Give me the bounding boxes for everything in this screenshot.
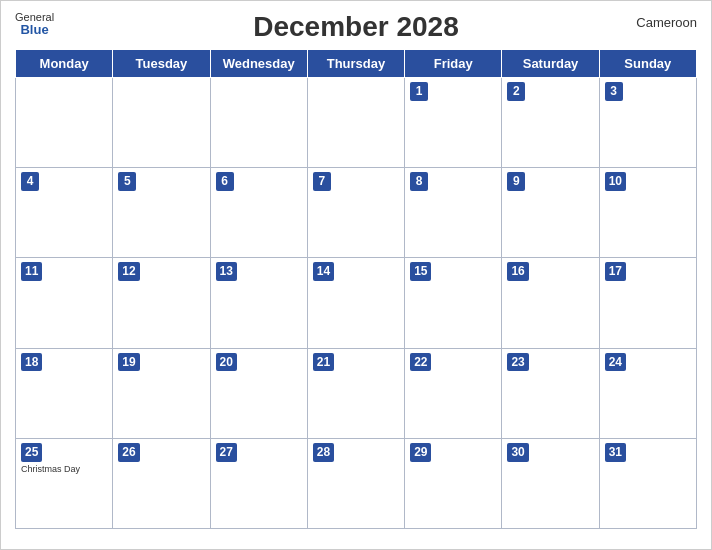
- calendar-cell: 26: [113, 438, 210, 528]
- calendar-cell: 29: [405, 438, 502, 528]
- day-number: 26: [118, 443, 139, 462]
- calendar-table: Monday Tuesday Wednesday Thursday Friday…: [15, 49, 697, 529]
- day-number: 14: [313, 262, 334, 281]
- calendar-cell: 28: [307, 438, 404, 528]
- calendar-cell: 30: [502, 438, 599, 528]
- header-friday: Friday: [405, 50, 502, 78]
- day-number: 18: [21, 353, 42, 372]
- day-number: 31: [605, 443, 626, 462]
- calendar-cell: 12: [113, 258, 210, 348]
- calendar-cell: 3: [599, 78, 696, 168]
- calendar-week-row: 25Christmas Day262728293031: [16, 438, 697, 528]
- calendar-cell: [210, 78, 307, 168]
- day-number: 28: [313, 443, 334, 462]
- calendar-week-row: 18192021222324: [16, 348, 697, 438]
- day-number: 27: [216, 443, 237, 462]
- calendar-cell: 11: [16, 258, 113, 348]
- day-number: 8: [410, 172, 428, 191]
- day-number: 4: [21, 172, 39, 191]
- calendar-cell: 2: [502, 78, 599, 168]
- calendar-cell: [16, 78, 113, 168]
- calendar-cell: 9: [502, 168, 599, 258]
- day-number: 19: [118, 353, 139, 372]
- calendar-week-row: 123: [16, 78, 697, 168]
- day-number: 25: [21, 443, 42, 462]
- event-label: Christmas Day: [21, 464, 107, 474]
- day-number: 12: [118, 262, 139, 281]
- day-number: 6: [216, 172, 234, 191]
- weekday-header-row: Monday Tuesday Wednesday Thursday Friday…: [16, 50, 697, 78]
- calendar-cell: [113, 78, 210, 168]
- day-number: 22: [410, 353, 431, 372]
- day-number: 5: [118, 172, 136, 191]
- header-monday: Monday: [16, 50, 113, 78]
- calendar-cell: 6: [210, 168, 307, 258]
- calendar-cell: 13: [210, 258, 307, 348]
- calendar-cell: 31: [599, 438, 696, 528]
- calendar-cell: 22: [405, 348, 502, 438]
- day-number: 2: [507, 82, 525, 101]
- day-number: 11: [21, 262, 42, 281]
- calendar-cell: 14: [307, 258, 404, 348]
- calendar-week-row: 45678910: [16, 168, 697, 258]
- country-label: Cameroon: [636, 15, 697, 30]
- calendar-cell: 21: [307, 348, 404, 438]
- calendar-header: General Blue December 2028 Cameroon: [15, 11, 697, 43]
- day-number: 23: [507, 353, 528, 372]
- calendar-cell: 7: [307, 168, 404, 258]
- day-number: 3: [605, 82, 623, 101]
- header-sunday: Sunday: [599, 50, 696, 78]
- header-thursday: Thursday: [307, 50, 404, 78]
- day-number: 7: [313, 172, 331, 191]
- calendar-cell: 18: [16, 348, 113, 438]
- day-number: 29: [410, 443, 431, 462]
- calendar-cell: 19: [113, 348, 210, 438]
- calendar-cell: 15: [405, 258, 502, 348]
- logo: General Blue: [15, 11, 54, 37]
- header-wednesday: Wednesday: [210, 50, 307, 78]
- calendar-cell: [307, 78, 404, 168]
- calendar-cell: 25Christmas Day: [16, 438, 113, 528]
- calendar-cell: 4: [16, 168, 113, 258]
- calendar-cell: 16: [502, 258, 599, 348]
- header-tuesday: Tuesday: [113, 50, 210, 78]
- day-number: 16: [507, 262, 528, 281]
- day-number: 24: [605, 353, 626, 372]
- calendar-cell: 10: [599, 168, 696, 258]
- calendar-cell: 23: [502, 348, 599, 438]
- calendar-cell: 1: [405, 78, 502, 168]
- day-number: 13: [216, 262, 237, 281]
- calendar-title: December 2028: [253, 11, 458, 43]
- day-number: 10: [605, 172, 626, 191]
- day-number: 17: [605, 262, 626, 281]
- calendar-cell: 8: [405, 168, 502, 258]
- calendar-cell: 17: [599, 258, 696, 348]
- day-number: 1: [410, 82, 428, 101]
- calendar-container: General Blue December 2028 Cameroon Mond…: [0, 0, 712, 550]
- calendar-cell: 24: [599, 348, 696, 438]
- calendar-cell: 20: [210, 348, 307, 438]
- calendar-week-row: 11121314151617: [16, 258, 697, 348]
- calendar-cell: 27: [210, 438, 307, 528]
- logo-blue-text: Blue: [20, 23, 48, 37]
- day-number: 15: [410, 262, 431, 281]
- day-number: 20: [216, 353, 237, 372]
- calendar-cell: 5: [113, 168, 210, 258]
- day-number: 9: [507, 172, 525, 191]
- day-number: 21: [313, 353, 334, 372]
- day-number: 30: [507, 443, 528, 462]
- header-saturday: Saturday: [502, 50, 599, 78]
